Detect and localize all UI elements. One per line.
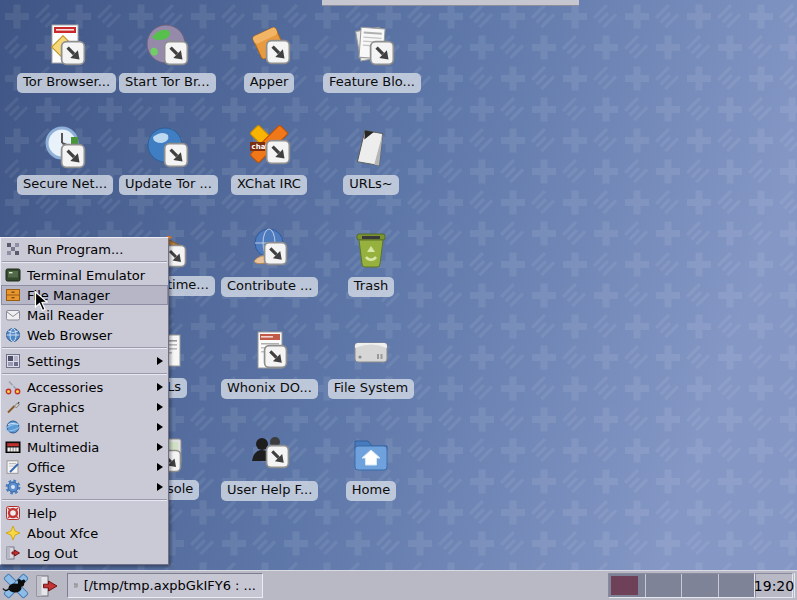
clock: 19:20 [755,573,793,598]
menu-item-office[interactable]: Office [1,457,168,477]
menu-item-mail-reader[interactable]: Mail Reader [1,305,168,325]
multimedia-icon [5,439,21,455]
workspace-3[interactable] [682,574,718,597]
settings-icon [5,353,21,369]
run-program-icon [5,241,21,257]
menu-separator [1,371,168,377]
submenu-arrow-icon [157,483,163,491]
desktop-icon-trash[interactable]: Trash [323,226,419,297]
icon-label: Trash [348,277,394,297]
icon-label: Home [346,481,396,501]
workspace-pager[interactable] [608,573,755,598]
document-icon [245,328,293,376]
icon-label: User Help F... [221,481,318,501]
terminal-icon [5,267,21,283]
paintbrush-icon [5,399,21,415]
autohide-top-panel[interactable] [322,0,579,6]
desktop-icon-home[interactable]: Home [323,430,419,501]
applications-menu-button[interactable] [1,572,31,599]
icon-label: Tor Browser... [17,73,116,93]
desktop-icon-feature-blog[interactable]: Feature Blo... [323,22,419,93]
menu-item-web-browser[interactable]: Web Browser [1,325,168,345]
home-folder-icon [347,430,395,478]
desktop-icon-xchat-irc[interactable]: chat XChat IRC [221,124,317,195]
globe-blue-icon [143,124,191,172]
submenu-arrow-icon [157,357,163,365]
applications-menu: Run Program... Terminal Emulator File Ma… [0,237,169,565]
icon-label: File System [328,379,414,399]
tor-browser-icon [41,22,89,70]
newspaper-stack-icon [347,22,395,70]
workspace-window-preview[interactable] [611,576,638,595]
internet-globe-icon [5,419,21,435]
menu-item-terminal-emulator[interactable]: Terminal Emulator [1,265,168,285]
menu-item-settings[interactable]: Settings [1,351,168,371]
globe-hand-icon [245,226,293,274]
icon-label: XChat IRC [231,175,307,195]
harddrive-icon [347,328,395,376]
menu-item-run-program[interactable]: Run Program... [1,239,168,259]
submenu-arrow-icon [157,443,163,451]
xchat-icon: chat [245,124,293,172]
menu-item-accessories[interactable]: Accessories [1,377,168,397]
menu-separator [1,259,168,265]
desktop-icon-user-help-forum[interactable]: User Help F... [221,430,317,501]
task-button[interactable]: [/tmp/tmp.axpbGkIFY6 : ... [67,573,263,598]
desktop-icon-contribute[interactable]: Contribute ... [221,226,317,297]
icon-label: Start Tor Br... [119,73,216,93]
logout-button[interactable] [31,572,61,599]
web-browser-icon [5,327,21,343]
file-manager-icon [5,287,21,303]
terminal-window-icon [74,578,78,593]
mail-icon [5,307,21,323]
icon-label: URLs~ [343,175,398,195]
icon-label: Secure Net... [17,175,113,195]
menu-item-help[interactable]: Help [1,503,168,523]
office-icon [5,459,21,475]
workspace-4[interactable] [719,574,755,597]
notes-file-icon [347,124,395,172]
package-box-icon [245,22,293,70]
help-icon [5,505,21,521]
menu-item-graphics[interactable]: Graphics [1,397,168,417]
menu-separator [1,345,168,351]
menu-item-internet[interactable]: Internet [1,417,168,437]
icon-label-partial[interactable]: time... [161,276,215,296]
desktop-icon-update-tor[interactable]: Update Tor ... [119,124,215,195]
desktop-icon-whonix-documentation[interactable]: Whonix DO... [221,328,317,399]
star-icon [5,525,21,541]
mouse-cursor [34,291,48,312]
icon-label: Whonix DO... [221,379,318,399]
menu-item-system[interactable]: System [1,477,168,497]
scissors-icon [5,379,21,395]
menu-item-about-xfce[interactable]: About Xfce [1,523,168,543]
menu-item-file-manager[interactable]: File Manager [1,285,168,305]
task-button-title: [/tmp/tmp.axpbGkIFY6 : ... [84,578,256,593]
submenu-arrow-icon [157,383,163,391]
desktop-icon-file-system[interactable]: File System [323,328,419,399]
workspace-2[interactable] [646,574,682,597]
taskbar-panel: [/tmp/tmp.axpbGkIFY6 : ... 19:20 [0,570,797,600]
globe-green-icon [143,22,191,70]
logout-door-icon [33,573,59,599]
xfce-logo-icon [2,573,30,599]
submenu-arrow-icon [157,463,163,471]
clock-icon [41,124,89,172]
desktop-icon-apper[interactable]: Apper [221,22,317,93]
icon-label: Apper [244,73,295,93]
icon-label: Contribute ... [221,277,318,297]
desktop-icon-start-tor-browser[interactable]: Start Tor Br... [119,22,215,93]
workspace-1[interactable] [609,574,645,597]
icon-label: Update Tor ... [119,175,218,195]
desktop-icon-urls[interactable]: URLs~ [323,124,419,195]
menu-item-log-out[interactable]: Log Out [1,543,168,563]
desktop-icon-tor-browser[interactable]: Tor Browser... [17,22,113,93]
gear-icon [5,479,21,495]
icon-label: Feature Blo... [323,73,421,93]
desktop-icon-secure-network[interactable]: Secure Net... [17,124,113,195]
people-icon [245,430,293,478]
submenu-arrow-icon [157,403,163,411]
menu-item-multimedia[interactable]: Multimedia [1,437,168,457]
log-out-icon [5,545,21,561]
menu-separator [1,497,168,503]
